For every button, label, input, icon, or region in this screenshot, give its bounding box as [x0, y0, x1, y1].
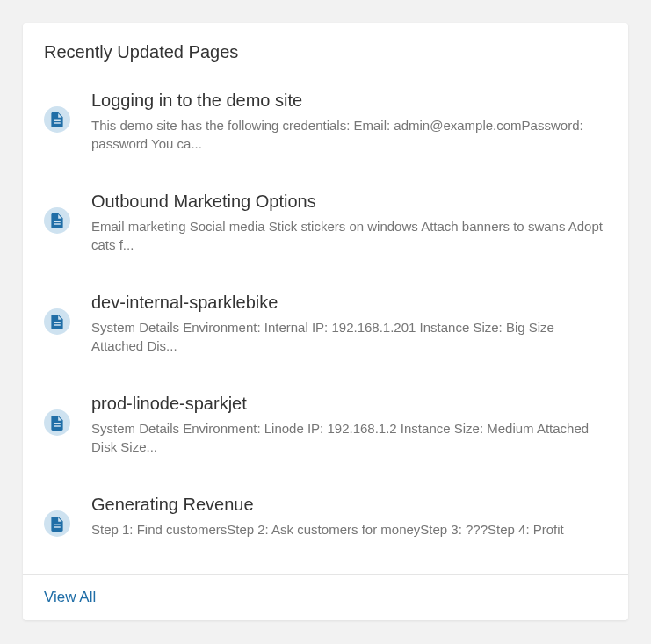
item-title: Outbound Marketing Options [91, 192, 607, 212]
item-desc: Email marketing Social media Stick stick… [91, 217, 607, 254]
item-desc: System Details Environment: Internal IP:… [91, 318, 607, 355]
item-content: Generating Revenue Step 1: Find customer… [91, 495, 607, 539]
item-content: Outbound Marketing Options Email marketi… [91, 192, 607, 254]
list-item[interactable]: dev-internal-sparklebike System Details … [44, 273, 607, 374]
list-item[interactable]: prod-linode-sparkjet System Details Envi… [44, 374, 607, 475]
page-icon [44, 308, 70, 335]
card-title: Recently Updated Pages [44, 42, 607, 62]
list-item[interactable]: Logging in to the demo site This demo si… [44, 71, 607, 172]
list-item[interactable]: Outbound Marketing Options Email marketi… [44, 172, 607, 273]
item-desc: Step 1: Find customersStep 2: Ask custom… [91, 520, 607, 539]
card-header: Recently Updated Pages [23, 23, 628, 71]
item-title: dev-internal-sparklebike [91, 293, 607, 313]
item-content: prod-linode-sparkjet System Details Envi… [91, 394, 607, 456]
recently-updated-card: Recently Updated Pages Logging in to the… [23, 23, 628, 620]
card-footer: View All [23, 574, 628, 620]
item-content: dev-internal-sparklebike System Details … [91, 293, 607, 355]
list-item[interactable]: Generating Revenue Step 1: Find customer… [44, 475, 607, 558]
item-content: Logging in to the demo site This demo si… [91, 90, 607, 153]
item-title: Generating Revenue [91, 495, 607, 515]
view-all-link[interactable]: View All [44, 589, 96, 605]
page-icon [44, 207, 70, 234]
item-title: prod-linode-sparkjet [91, 394, 607, 414]
page-icon [44, 409, 70, 436]
item-desc: System Details Environment: Linode IP: 1… [91, 419, 607, 456]
page-list: Logging in to the demo site This demo si… [23, 71, 628, 574]
item-desc: This demo site has the following credent… [91, 116, 607, 153]
item-title: Logging in to the demo site [91, 90, 607, 111]
page-icon [44, 510, 70, 537]
page-icon [44, 106, 70, 133]
